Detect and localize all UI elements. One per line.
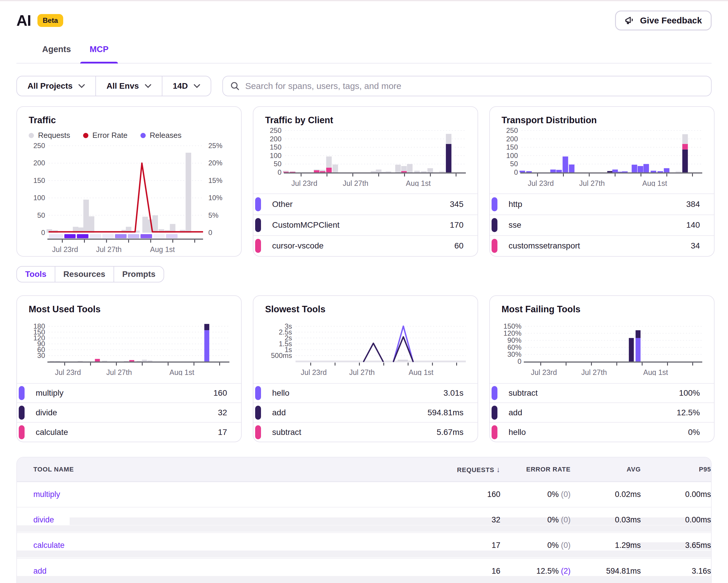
traffic-legend: RequestsError RateReleases: [29, 131, 229, 140]
svg-text:Jul 23rd: Jul 23rd: [531, 368, 557, 376]
error-rate-value: 12.5% (2): [500, 566, 571, 576]
svg-text:0: 0: [514, 168, 518, 176]
card-traffic: Traffic RequestsError RateReleases 05010…: [17, 106, 242, 257]
table-row[interactable]: add1612.5% (2)594.81ms3.16s: [17, 559, 711, 583]
legend-item[interactable]: Error Rate: [83, 131, 128, 140]
tool-link[interactable]: add: [17, 566, 430, 576]
card-most-failing-tools: Most Failing Tools 030%60%90%120%150%Jul…: [489, 295, 714, 442]
series-label: divide: [36, 408, 57, 417]
legend-row[interactable]: hello0%: [490, 422, 714, 441]
legend-row[interactable]: calculate17: [17, 422, 241, 441]
search-icon: [231, 82, 239, 91]
series-value: 12.5%: [677, 408, 700, 417]
series-value: 0%: [688, 428, 700, 437]
card-most-used-tools: Most Used Tools 306090120150180Jul 23rdJ…: [17, 295, 242, 442]
legend-row[interactable]: add12.5%: [490, 402, 714, 422]
svg-text:Jul 27th: Jul 27th: [349, 368, 375, 376]
tool-link[interactable]: divide: [17, 515, 430, 525]
series-label: customssetransport: [509, 241, 580, 251]
col-requests[interactable]: REQUESTS ↓: [430, 465, 500, 474]
series-swatch: [19, 386, 25, 400]
megaphone-icon: [625, 16, 635, 25]
tab-agents[interactable]: Agents: [33, 41, 80, 63]
tool-link[interactable]: multiply: [17, 490, 430, 499]
beta-badge: Beta: [37, 14, 63, 27]
table-row[interactable]: divide320% (0)0.03ms0.00ms: [17, 507, 711, 533]
series-value: 140: [686, 220, 700, 230]
col-p95[interactable]: P95: [641, 466, 711, 473]
series-value: 384: [686, 200, 700, 209]
series-label: cursor-vscode: [272, 241, 323, 251]
series-swatch: [255, 386, 261, 400]
svg-text:Jul 27th: Jul 27th: [96, 245, 122, 253]
legend-row[interactable]: subtract5.67ms: [253, 422, 477, 441]
card-title: Slowest Tools: [265, 304, 466, 314]
legend-row[interactable]: sse140: [490, 214, 714, 235]
series-swatch: [492, 218, 497, 232]
requests-dot: [29, 133, 34, 138]
main-tabs: Agents MCP: [17, 41, 711, 64]
legend-row[interactable]: subtract100%: [490, 383, 714, 403]
legend-row[interactable]: CustomMCPClient170: [253, 214, 477, 235]
svg-text:200: 200: [506, 135, 518, 143]
col-avg[interactable]: AVG: [571, 466, 641, 473]
series-swatch: [19, 406, 25, 420]
slowest-tools-chart: 500ms1s1.5s2s2.5s3sJul 23rdJul 27thAug 1…: [265, 317, 466, 378]
legend-item[interactable]: Requests: [29, 131, 70, 140]
chevron-down-icon: [145, 84, 151, 88]
svg-text:Jul 23rd: Jul 23rd: [291, 179, 317, 186]
legend-row[interactable]: multiply160: [17, 383, 241, 403]
series-label: hello: [509, 428, 526, 437]
period-filter[interactable]: 14D: [162, 76, 211, 96]
legend-row[interactable]: Other345: [253, 194, 477, 214]
requests-value: 17: [430, 541, 500, 550]
requests-value: 32: [430, 515, 500, 525]
col-tool-name[interactable]: TOOL NAME: [17, 466, 430, 473]
legend-row[interactable]: hello3.01s: [253, 383, 477, 403]
svg-text:50: 50: [274, 160, 282, 168]
svg-text:5%: 5%: [208, 211, 218, 219]
card-title: Traffic by Client: [265, 115, 466, 126]
series-label: hello: [272, 388, 289, 398]
tab-tools[interactable]: Tools: [17, 267, 55, 282]
legend-row[interactable]: customssetransport34: [490, 235, 714, 256]
svg-text:150: 150: [270, 143, 282, 151]
requests-value: 160: [430, 490, 500, 499]
col-error-rate[interactable]: ERROR RATE: [500, 466, 571, 473]
series-value: 170: [450, 220, 464, 230]
traffic-chart: 05010015020025005%10%15%20%25%Jul 23rdJu…: [29, 142, 229, 257]
series-swatch: [492, 425, 497, 439]
svg-text:Aug 1st: Aug 1st: [642, 179, 667, 186]
tab-mcp[interactable]: MCP: [80, 41, 118, 63]
series-label: http: [509, 200, 522, 209]
p95-value: 0.00ms: [641, 515, 711, 525]
svg-text:0: 0: [41, 229, 45, 236]
project-filter[interactable]: All Projects: [17, 76, 95, 96]
legend-row[interactable]: add594.81ms: [253, 402, 477, 422]
card-traffic-by-client: Traffic by Client 050100150200250Jul 23r…: [253, 106, 478, 257]
legend-row[interactable]: http384: [490, 194, 714, 214]
svg-text:Jul 27th: Jul 27th: [106, 368, 132, 376]
legend-item[interactable]: Releases: [140, 131, 181, 140]
table-row[interactable]: calculate170% (0)1.29ms3.65ms: [17, 533, 711, 558]
avg-value: 0.03ms: [571, 515, 641, 525]
series-swatch: [492, 239, 497, 253]
tool-link[interactable]: calculate: [17, 541, 430, 550]
series-swatch: [492, 386, 497, 400]
card-title: Traffic: [29, 115, 229, 126]
search-input[interactable]: Search for spans, users, tags, and more: [223, 76, 711, 96]
series-swatch: [492, 406, 497, 420]
series-swatch: [255, 218, 261, 232]
svg-text:200: 200: [33, 159, 45, 167]
give-feedback-button[interactable]: Give Feedback: [615, 10, 711, 30]
table-row[interactable]: multiply1600% (0)0.02ms0.00ms: [17, 482, 711, 507]
tab-prompts[interactable]: Prompts: [113, 267, 164, 282]
svg-text:0: 0: [278, 168, 282, 176]
env-filter[interactable]: All Envs: [95, 76, 161, 96]
tab-resources[interactable]: Resources: [55, 267, 113, 282]
svg-text:0: 0: [518, 357, 521, 365]
legend-row[interactable]: divide32: [17, 402, 241, 422]
legend-row[interactable]: cursor-vscode60: [253, 235, 477, 256]
most-used-tools-chart: 306090120150180Jul 23rdJul 27thAug 1st: [29, 317, 229, 378]
svg-text:Aug 1st: Aug 1st: [409, 368, 434, 376]
